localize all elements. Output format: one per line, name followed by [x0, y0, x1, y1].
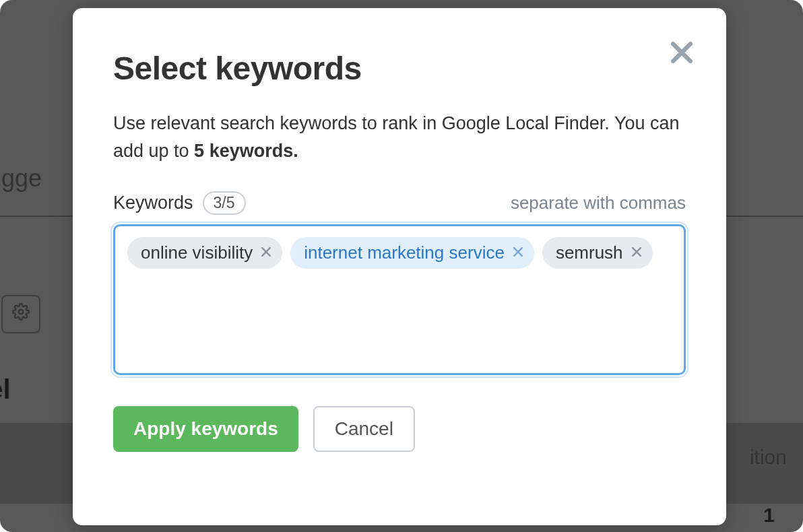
cancel-button[interactable]: Cancel [313, 406, 415, 452]
modal-button-row: Apply keywords Cancel [113, 406, 686, 452]
modal-title: Select keywords [113, 50, 686, 87]
close-icon [259, 242, 273, 263]
bg-settings-button[interactable] [1, 295, 40, 333]
select-keywords-modal: Select keywords Use relevant search keyw… [73, 8, 726, 525]
bg-button-group: sh [0, 295, 40, 333]
keywords-hint: separate with commas [511, 193, 686, 213]
gear-icon [12, 304, 30, 325]
keywords-label: Keywords [113, 193, 193, 213]
keyword-tag[interactable]: internet marketing service [290, 237, 534, 269]
bg-row-number: 1 [763, 504, 775, 527]
keywords-label-group: Keywords 3/5 [113, 191, 246, 215]
close-icon [667, 58, 697, 69]
bg-heading-fragment: vel [0, 374, 11, 405]
keyword-tag-label: online visibility [141, 242, 253, 263]
keywords-input[interactable]: online visibilityinternet marketing serv… [113, 224, 686, 375]
modal-description: Use relevant search keywords to rank in … [113, 110, 686, 164]
keyword-tag[interactable]: online visibility [127, 237, 282, 269]
keywords-count-badge: 3/5 [203, 191, 246, 215]
keyword-tag-remove[interactable] [630, 246, 643, 260]
apply-keywords-button[interactable]: Apply keywords [113, 406, 298, 452]
keyword-tag[interactable]: semrush [542, 237, 653, 269]
keyword-tag-label: internet marketing service [304, 242, 505, 263]
keywords-field-header: Keywords 3/5 separate with commas [113, 191, 686, 215]
keyword-tag-remove[interactable] [259, 246, 273, 260]
bg-column-fragment: ition [750, 446, 787, 469]
keyword-tag-remove[interactable] [511, 246, 525, 260]
close-button[interactable] [667, 38, 697, 67]
svg-point-0 [18, 310, 23, 314]
close-icon [630, 242, 643, 263]
keyword-tag-label: semrush [556, 242, 623, 263]
close-icon [511, 242, 525, 263]
bg-text-fragment: r Sugge [0, 164, 42, 193]
modal-description-bold: 5 keywords. [194, 141, 298, 161]
